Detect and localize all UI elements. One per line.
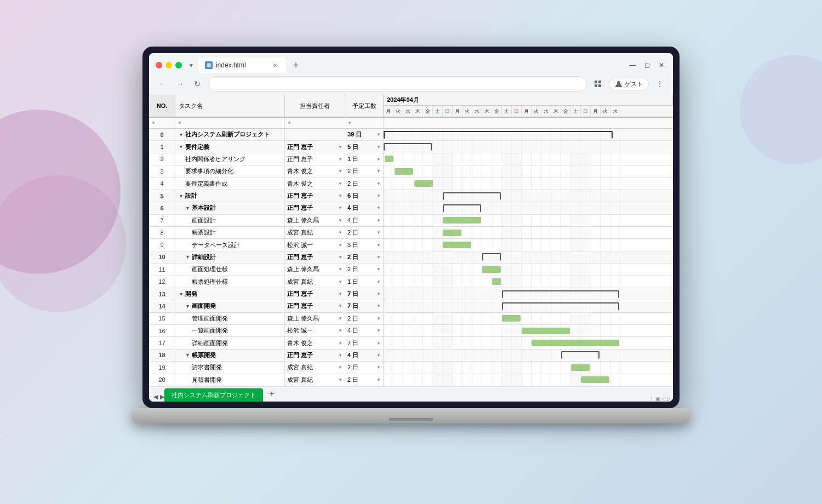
table-row[interactable]: 19請求書開発成宮 真紀▼2 日▼ — [149, 362, 673, 374]
table-row[interactable]: 0▼社内システム刷新プロジェクト39 日▼ — [149, 129, 673, 141]
person-dropdown-3[interactable]: ▼ — [338, 169, 342, 174]
table-row[interactable]: 18▼帳票開発正門 恵子▼4 日▼ — [149, 350, 673, 362]
days-dropdown-20[interactable]: ▼ — [376, 377, 381, 382]
collapse-icon-6[interactable]: ▼ — [185, 205, 190, 211]
person-dropdown-10[interactable]: ▼ — [338, 255, 342, 260]
extensions-button[interactable] — [591, 77, 604, 90]
days-dropdown-1[interactable]: ▼ — [376, 145, 381, 150]
days-dropdown-19[interactable]: ▼ — [376, 365, 381, 370]
person-dropdown-16[interactable]: ▼ — [338, 328, 342, 333]
days-dropdown-10[interactable]: ▼ — [376, 255, 381, 260]
table-row[interactable]: 15管理画面開発森上 偉久馬▼2 日▼ — [149, 313, 673, 325]
days-dropdown-5[interactable]: ▼ — [376, 193, 381, 198]
tab-close-button[interactable]: ✕ — [271, 61, 279, 70]
person-dropdown-20[interactable]: ▼ — [338, 377, 342, 382]
person-dropdown-11[interactable]: ▼ — [338, 267, 342, 272]
day-label-23: 水 — [610, 106, 620, 117]
cell-days-5: 6 日▼ — [345, 190, 384, 202]
table-row[interactable]: 20見積書開発成宮 真紀▼2 日▼ — [149, 374, 673, 386]
days-dropdown-4[interactable]: ▼ — [376, 181, 381, 186]
cell-no-10: 10 — [149, 251, 175, 263]
person-dropdown-9[interactable]: ▼ — [338, 243, 342, 248]
days-dropdown-12[interactable]: ▼ — [376, 279, 381, 284]
window-close-btn[interactable]: ✕ — [659, 61, 664, 69]
browser-tab[interactable]: index.html ✕ — [198, 58, 286, 73]
cell-no-12: 12 — [149, 276, 175, 288]
screen-frame: ▼ index.html ✕ + — ◻ ✕ — [142, 47, 680, 408]
window-minimize-btn[interactable]: — — [629, 61, 636, 69]
person-dropdown-4[interactable]: ▼ — [338, 181, 342, 186]
days-dropdown-2[interactable]: ▼ — [376, 157, 381, 162]
gantt-bar-5 — [443, 192, 501, 200]
days-dropdown-0[interactable]: ▼ — [376, 132, 381, 137]
tab-title: index.html — [216, 61, 246, 69]
days-dropdown-15[interactable]: ▼ — [376, 316, 381, 321]
person-dropdown-8[interactable]: ▼ — [338, 230, 342, 235]
collapse-icon-13[interactable]: ▼ — [179, 291, 184, 297]
table-row[interactable]: 11画面処理仕様森上 偉久馬▼2 日▼ — [149, 264, 673, 276]
table-row[interactable]: 6▼基本設計正門 恵子▼4 日▼ — [149, 202, 673, 214]
collapse-icon-18[interactable]: ▼ — [185, 352, 190, 358]
table-row[interactable]: 12帳票処理仕様成宮 真紀▼1 日▼ — [149, 276, 673, 288]
days-dropdown-9[interactable]: ▼ — [376, 243, 381, 248]
table-row[interactable]: 4要件定義書作成青木 俊之▼2 日▼ — [149, 178, 673, 190]
cell-days-1: 5 日▼ — [345, 141, 384, 152]
collapse-icon-1[interactable]: ▼ — [179, 144, 184, 150]
days-dropdown-3[interactable]: ▼ — [376, 169, 381, 174]
forward-button[interactable]: → — [173, 77, 186, 90]
table-row[interactable]: 5▼設計正門 恵子▼6 日▼ — [149, 190, 673, 202]
gantt-bar-area-17 — [384, 337, 673, 348]
days-dropdown-6[interactable]: ▼ — [376, 205, 381, 210]
collapse-icon-5[interactable]: ▼ — [179, 193, 184, 199]
refresh-button[interactable]: ↻ — [191, 77, 204, 90]
days-dropdown-18[interactable]: ▼ — [376, 353, 381, 358]
address-bar[interactable] — [208, 76, 587, 91]
table-row[interactable]: 13▼開発正門 恵子▼7 日▼ — [149, 288, 673, 300]
maximize-button[interactable] — [175, 62, 182, 68]
person-dropdown-15[interactable]: ▼ — [338, 316, 342, 321]
days-dropdown-16[interactable]: ▼ — [376, 328, 381, 333]
days-dropdown-8[interactable]: ▼ — [376, 230, 381, 235]
person-dropdown-1[interactable]: ▼ — [338, 145, 342, 150]
person-dropdown-7[interactable]: ▼ — [338, 218, 342, 223]
menu-button[interactable]: ⋮ — [653, 77, 666, 90]
collapse-icon-10[interactable]: ▼ — [185, 254, 190, 260]
days-dropdown-7[interactable]: ▼ — [376, 218, 381, 223]
person-dropdown-2[interactable]: ▼ — [338, 157, 342, 162]
table-row[interactable]: 14▼画面開発正門 恵子▼7 日▼ — [149, 300, 673, 312]
back-button[interactable]: ← — [156, 77, 169, 90]
days-dropdown-11[interactable]: ▼ — [376, 267, 381, 272]
days-dropdown-13[interactable]: ▼ — [376, 291, 381, 296]
add-sheet-button[interactable]: + — [265, 387, 278, 400]
table-row[interactable]: 2社内関係者ヒアリング正門 恵子▼1 日▼ — [149, 153, 673, 165]
person-dropdown-6[interactable]: ▼ — [338, 205, 342, 210]
new-tab-button[interactable]: + — [288, 58, 304, 73]
tab-list-arrow[interactable]: ▼ — [189, 62, 194, 68]
table-row[interactable]: 7画面設計森上 偉久馬▼4 日▼ — [149, 215, 673, 227]
table-row[interactable]: 8帳票設計成宮 真紀▼2 日▼ — [149, 227, 673, 239]
person-dropdown-5[interactable]: ▼ — [338, 193, 342, 198]
close-button[interactable] — [156, 62, 162, 68]
days-dropdown-17[interactable]: ▼ — [376, 341, 381, 346]
days-dropdown-14[interactable]: ▼ — [376, 303, 381, 308]
person-dropdown-19[interactable]: ▼ — [338, 365, 342, 370]
sheet-prev[interactable]: ◀ — [153, 393, 158, 400]
person-dropdown-12[interactable]: ▼ — [338, 279, 342, 284]
window-restore-btn[interactable]: ◻ — [644, 61, 650, 69]
minimize-button[interactable] — [165, 62, 172, 68]
person-dropdown-13[interactable]: ▼ — [338, 291, 342, 296]
table-row[interactable]: 9データベース設計松沢 誠一▼3 日▼ — [149, 239, 673, 251]
sheet-next[interactable]: ▶ — [160, 393, 164, 400]
table-row[interactable]: 16一覧画面開発松沢 誠一▼4 日▼ — [149, 325, 673, 337]
guest-button[interactable]: ゲスト — [609, 78, 649, 90]
table-row[interactable]: 17詳細画面開発青木 俊之▼7 日▼ — [149, 337, 673, 349]
table-row[interactable]: 3要求事項の細分化青木 俊之▼2 日▼ — [149, 165, 673, 177]
collapse-icon-14[interactable]: ▼ — [185, 303, 190, 309]
person-dropdown-14[interactable]: ▼ — [338, 303, 342, 308]
table-row[interactable]: 10▼詳細設計正門 恵子▼2 日▼ — [149, 251, 673, 264]
table-row[interactable]: 1▼要件定義正門 恵子▼5 日▼ — [149, 141, 673, 153]
collapse-icon-0[interactable]: ▼ — [179, 132, 184, 138]
person-dropdown-17[interactable]: ▼ — [338, 341, 342, 346]
active-sheet-tab[interactable]: 社内システム刷新プロジェクト — [164, 388, 263, 402]
person-dropdown-18[interactable]: ▼ — [338, 353, 342, 358]
